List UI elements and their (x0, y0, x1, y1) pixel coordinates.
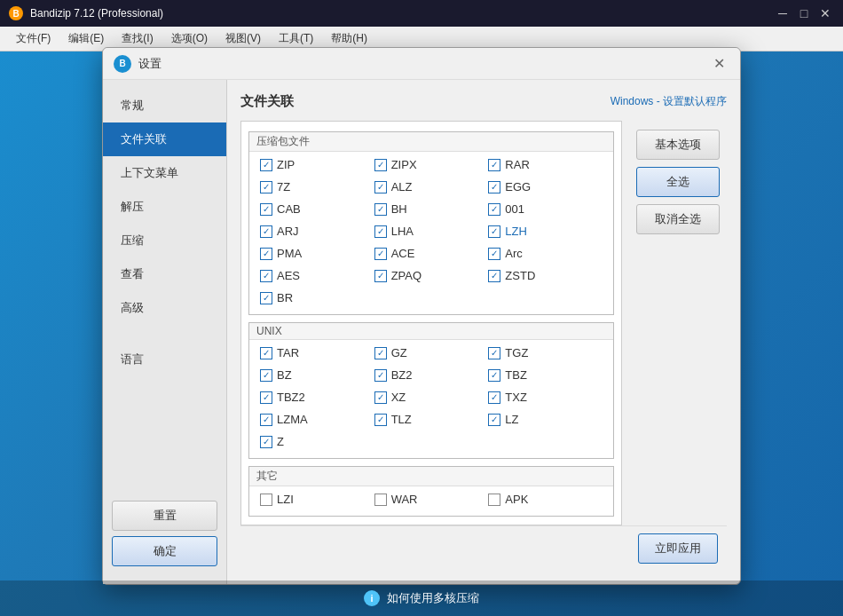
lzma-checkbox[interactable] (260, 414, 272, 426)
minimize-button[interactable]: ─ (774, 4, 792, 22)
list-item[interactable]: XZ (374, 388, 489, 407)
content-area: 文件关联 Windows - 设置默认程序 压缩包文件 (227, 80, 740, 584)
001-checkbox[interactable] (488, 203, 500, 216)
file-list-container[interactable]: 压缩包文件 ZIP ZIPX (240, 121, 622, 525)
tgz-checkbox[interactable] (488, 347, 500, 359)
ok-button[interactable]: 确定 (112, 536, 217, 566)
bz-checkbox[interactable] (260, 369, 272, 382)
sidebar-item-advanced[interactable]: 高级 (103, 291, 226, 325)
info-icon: i (364, 590, 380, 606)
sidebar-item-view[interactable]: 查看 (103, 257, 226, 291)
zip-checkbox[interactable] (260, 159, 272, 171)
sidebar-item-extract[interactable]: 解压 (103, 190, 226, 224)
rar-checkbox[interactable] (488, 159, 500, 171)
app-close-button[interactable]: ✕ (816, 4, 834, 22)
bottom-bar-text: 如何使用多核压缩 (387, 590, 479, 606)
menu-file[interactable]: 文件(F) (7, 28, 59, 50)
br-checkbox[interactable] (260, 292, 272, 304)
list-item[interactable]: BH (374, 200, 489, 218)
list-item[interactable]: BR (260, 288, 374, 307)
list-item[interactable]: TAR (260, 344, 374, 362)
list-item[interactable]: RAR (488, 155, 603, 174)
select-all-button[interactable]: 全选 (636, 167, 720, 197)
cab-checkbox[interactable] (260, 203, 272, 216)
zipx-checkbox[interactable] (374, 159, 387, 171)
txz-checkbox[interactable] (488, 391, 500, 404)
list-item[interactable]: ACE (374, 244, 489, 263)
zstd-checkbox[interactable] (488, 270, 500, 282)
pma-checkbox[interactable] (260, 248, 272, 260)
sidebar-item-file-assoc[interactable]: 文件关联 (103, 122, 226, 156)
z-checkbox[interactable] (260, 436, 272, 448)
arc-checkbox[interactable] (488, 248, 500, 260)
list-item[interactable]: EGG (488, 178, 603, 196)
list-item[interactable]: CAB (260, 200, 374, 218)
lzh-checkbox[interactable] (488, 225, 500, 238)
ace-checkbox[interactable] (374, 248, 387, 260)
dialog-title: 设置 (138, 56, 708, 72)
list-item[interactable]: AES (260, 266, 374, 285)
reset-button[interactable]: 重置 (112, 501, 217, 531)
file-list-scroll[interactable]: 压缩包文件 ZIP ZIPX (241, 122, 621, 525)
bz2-checkbox[interactable] (374, 369, 387, 382)
dialog-close-button[interactable]: ✕ (708, 53, 729, 75)
list-item[interactable]: TLZ (374, 410, 489, 429)
windows-default-link[interactable]: Windows - 设置默认程序 (611, 94, 727, 109)
alz-checkbox[interactable] (374, 181, 387, 193)
list-item[interactable]: ZIPX (374, 155, 489, 174)
gz-checkbox[interactable] (374, 347, 387, 359)
list-item[interactable]: BZ2 (374, 366, 489, 384)
sidebar: 常规 文件关联 上下文菜单 解压 压缩 查看 高级 语言 重置 确定 (103, 80, 227, 584)
war-checkbox[interactable] (374, 494, 387, 506)
zpaq-checkbox[interactable] (374, 270, 387, 282)
list-item[interactable]: APK (488, 490, 603, 509)
list-item[interactable]: WAR (374, 490, 489, 509)
list-item[interactable]: ZPAQ (374, 266, 489, 285)
lzi-checkbox[interactable] (260, 494, 272, 506)
tbz2-checkbox[interactable] (260, 391, 272, 404)
list-item[interactable]: TXZ (488, 388, 603, 407)
apply-button[interactable]: 立即应用 (638, 533, 718, 564)
lha-checkbox[interactable] (374, 225, 387, 238)
list-item[interactable]: LZI (260, 490, 374, 509)
list-item[interactable]: LZ (488, 410, 603, 429)
bh-checkbox[interactable] (374, 203, 387, 216)
lz-checkbox[interactable] (488, 414, 500, 426)
list-item[interactable]: ZIP (260, 155, 374, 174)
list-item[interactable]: 001 (488, 200, 603, 218)
sidebar-item-language[interactable]: 语言 (103, 343, 226, 376)
list-item[interactable]: LZH (488, 222, 603, 241)
sidebar-item-context-menu[interactable]: 上下文菜单 (103, 156, 226, 190)
maximize-button[interactable]: □ (795, 4, 813, 22)
list-item[interactable]: GZ (374, 344, 489, 362)
list-item[interactable]: TBZ2 (260, 388, 374, 407)
tlz-checkbox[interactable] (374, 414, 387, 426)
xz-checkbox[interactable] (374, 391, 387, 404)
egg-checkbox[interactable] (488, 181, 500, 193)
list-item[interactable]: ZSTD (488, 266, 603, 285)
list-item[interactable]: LZMA (260, 410, 374, 429)
tbz-checkbox[interactable] (488, 369, 500, 382)
list-item[interactable]: PMA (260, 244, 374, 263)
content-header: 文件关联 Windows - 设置默认程序 (240, 93, 727, 110)
arj-checkbox[interactable] (260, 225, 272, 238)
dialog-icon: B (114, 55, 131, 73)
tar-checkbox[interactable] (260, 347, 272, 359)
sidebar-item-compress[interactable]: 压缩 (103, 224, 226, 257)
list-item[interactable]: TBZ (488, 366, 603, 384)
list-item[interactable]: ALZ (374, 178, 489, 196)
7z-checkbox[interactable] (260, 181, 272, 193)
apk-checkbox[interactable] (488, 494, 500, 506)
list-item[interactable]: ARJ (260, 222, 374, 241)
list-item[interactable]: TGZ (488, 344, 603, 362)
sidebar-item-general[interactable]: 常规 (103, 89, 226, 122)
list-item[interactable]: Z (260, 432, 374, 451)
list-item[interactable]: BZ (260, 366, 374, 384)
basic-options-button[interactable]: 基本选项 (636, 130, 720, 160)
list-item[interactable]: LHA (374, 222, 489, 241)
settings-dialog: B 设置 ✕ 常规 文件关联 上下文菜单 解压 压缩 查看 高级 语言 重置 确… (102, 47, 741, 585)
list-item[interactable]: 7Z (260, 178, 374, 196)
aes-checkbox[interactable] (260, 270, 272, 282)
deselect-all-button[interactable]: 取消全选 (636, 204, 720, 234)
list-item[interactable]: Arc (488, 244, 603, 263)
